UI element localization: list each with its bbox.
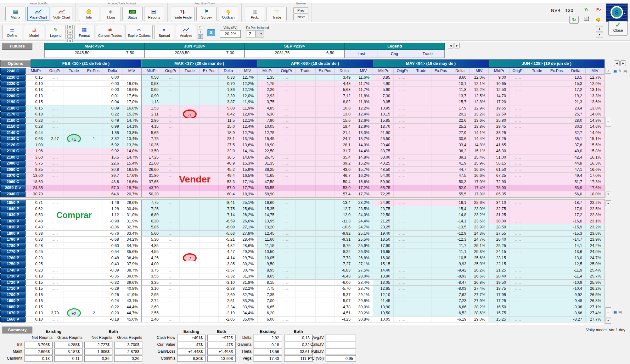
- matrix-cell[interactable]: 12,0%: [238, 93, 257, 99]
- matrix-cell[interactable]: 4,25: [141, 255, 162, 261]
- matrix-cell[interactable]: 14,1%: [238, 148, 257, 154]
- strike-button[interactable]: 1810 P: [0, 224, 25, 231]
- matrix-cell[interactable]: 12,7%: [586, 75, 605, 81]
- matrix-cell[interactable]: [411, 105, 431, 112]
- matrix-cell[interactable]: [411, 292, 431, 298]
- matrix-cell[interactable]: [411, 261, 431, 267]
- matrix-cell[interactable]: 14,75: [257, 212, 278, 218]
- matrix-cell[interactable]: -9,48: [566, 298, 586, 304]
- matrix-cell[interactable]: 35,4: [335, 154, 354, 161]
- matrix-cell[interactable]: 0,33: [219, 75, 238, 81]
- matrix-cell[interactable]: 11,15: [257, 243, 278, 249]
- matrix-cell[interactable]: [200, 304, 219, 311]
- matrix-cell[interactable]: [316, 191, 335, 198]
- matrix-cell[interactable]: -14,1: [566, 243, 586, 249]
- matrix-cell[interactable]: [64, 316, 84, 323]
- matrix-cell[interactable]: .....: [278, 286, 295, 292]
- matrix-cell[interactable]: -0,26: [103, 292, 122, 298]
- matrix-cell[interactable]: 24,3%: [470, 231, 489, 237]
- matrix-cell[interactable]: [84, 231, 103, 237]
- matrix-cell[interactable]: [180, 280, 200, 286]
- matrix-cell[interactable]: .....: [46, 167, 64, 173]
- trade-finder-button[interactable]: ?{:Trade Finder: [171, 7, 195, 21]
- matrix-cell[interactable]: [431, 267, 450, 274]
- matrix-cell[interactable]: .....: [162, 273, 180, 280]
- matrix-cell[interactable]: 27,55: [489, 231, 509, 237]
- matrix-cell[interactable]: 50,3: [450, 179, 470, 185]
- column-header[interactable]: Delta: [103, 68, 122, 75]
- matrix-cell[interactable]: [180, 200, 200, 206]
- matrix-cell[interactable]: -8,66: [566, 310, 586, 316]
- matrix-cell[interactable]: 12,2%: [354, 105, 373, 112]
- matrix-cell[interactable]: 0,48: [25, 218, 46, 225]
- mode-2-button[interactable]: 2: [67, 34, 73, 39]
- matrix-cell[interactable]: 22,2%: [586, 200, 605, 206]
- strike-button[interactable]: 1750 P: [0, 261, 25, 267]
- matrix-cell[interactable]: [180, 304, 200, 311]
- matrix-cell[interactable]: 14,3%: [586, 118, 605, 124]
- matrix-cell[interactable]: 37,9%: [122, 261, 141, 267]
- matrix-cell[interactable]: .....: [162, 310, 180, 316]
- matrix-cell[interactable]: 0,10: [25, 81, 46, 87]
- matrix-cell[interactable]: -2,34: [219, 304, 238, 311]
- calls-scroll-thumb[interactable]: ≡: [605, 117, 611, 127]
- matrix-cell[interactable]: [527, 280, 547, 286]
- matrix-cell[interactable]: 48,50: [373, 167, 394, 173]
- matrix-cell[interactable]: .....: [278, 130, 295, 136]
- matrix-cell[interactable]: 7,75: [141, 136, 162, 142]
- matrix-cell[interactable]: 20,25: [373, 224, 394, 231]
- matrix-cell[interactable]: .....: [278, 310, 295, 316]
- matrix-cell[interactable]: [411, 167, 431, 173]
- matrix-cell[interactable]: 17,25: [489, 298, 509, 304]
- matrix-cell[interactable]: 29,1%: [354, 292, 373, 298]
- matrix-cell[interactable]: 29,45: [489, 124, 509, 130]
- matrix-cell[interactable]: 12,0%: [238, 111, 257, 118]
- matrix-cell[interactable]: [180, 316, 200, 323]
- matrix-cell[interactable]: [295, 136, 316, 142]
- matrix-cell[interactable]: 31,3%: [238, 273, 257, 280]
- matrix-cell[interactable]: [295, 81, 316, 87]
- matrix-cell[interactable]: 25,5%: [354, 237, 373, 243]
- matrix-cell[interactable]: 15,0: [219, 124, 238, 130]
- matrix-cell[interactable]: .....: [278, 185, 295, 191]
- matrix-cell[interactable]: .....: [162, 81, 180, 87]
- column-header[interactable]: Ex.Pos: [84, 68, 103, 75]
- column-header[interactable]: Trade: [411, 68, 431, 75]
- survey-button[interactable]: ⚑Survey: [196, 7, 217, 21]
- matrix-cell[interactable]: -1: [84, 136, 103, 142]
- matrix-cell[interactable]: [316, 218, 335, 225]
- strike-button[interactable]: 1680 P: [0, 304, 25, 311]
- matrix-cell[interactable]: [431, 261, 450, 267]
- matrix-cell[interactable]: 3,87: [219, 99, 238, 105]
- matrix-cell[interactable]: [411, 255, 431, 261]
- matrix-cell[interactable]: 23,75: [373, 206, 394, 212]
- matrix-cell[interactable]: 11,6%: [354, 75, 373, 81]
- matrix-cell[interactable]: 10,05: [373, 316, 394, 323]
- column-header[interactable]: Ex.Pos: [200, 68, 219, 75]
- matrix-cell[interactable]: 11,9%: [238, 105, 257, 112]
- matrix-cell[interactable]: -9,42: [450, 267, 470, 274]
- matrix-cell[interactable]: 19,40: [373, 231, 394, 237]
- matrix-cell[interactable]: -13,6: [566, 249, 586, 255]
- matrix-cell[interactable]: 2,11: [141, 111, 162, 118]
- matrix-cell[interactable]: [547, 231, 566, 237]
- matrix-cell[interactable]: -5,07: [335, 298, 354, 304]
- matrix-cell[interactable]: [527, 111, 547, 118]
- matrix-cell[interactable]: .....: [509, 179, 527, 185]
- matrix-cell[interactable]: [527, 154, 547, 161]
- matrix-cell[interactable]: .....: [394, 200, 411, 206]
- matrix-cell[interactable]: -8,47: [450, 280, 470, 286]
- matrix-cell[interactable]: [316, 200, 335, 206]
- matrix-cell[interactable]: .....: [46, 191, 64, 198]
- matrix-cell[interactable]: .....: [278, 179, 295, 185]
- matrix-cell[interactable]: [527, 206, 547, 212]
- matrix-cell[interactable]: 14,1%: [122, 124, 141, 130]
- matrix-cell[interactable]: .....: [162, 280, 180, 286]
- matrix-cell[interactable]: .....: [278, 292, 295, 298]
- matrix-cell[interactable]: [295, 191, 316, 198]
- matrix-cell[interactable]: .....: [278, 111, 295, 118]
- matrix-cell[interactable]: 3,60: [25, 154, 46, 161]
- matrix-cell[interactable]: .....: [46, 142, 64, 148]
- column-header[interactable]: MIV: [470, 68, 489, 75]
- matrix-cell[interactable]: 6,30: [141, 218, 162, 225]
